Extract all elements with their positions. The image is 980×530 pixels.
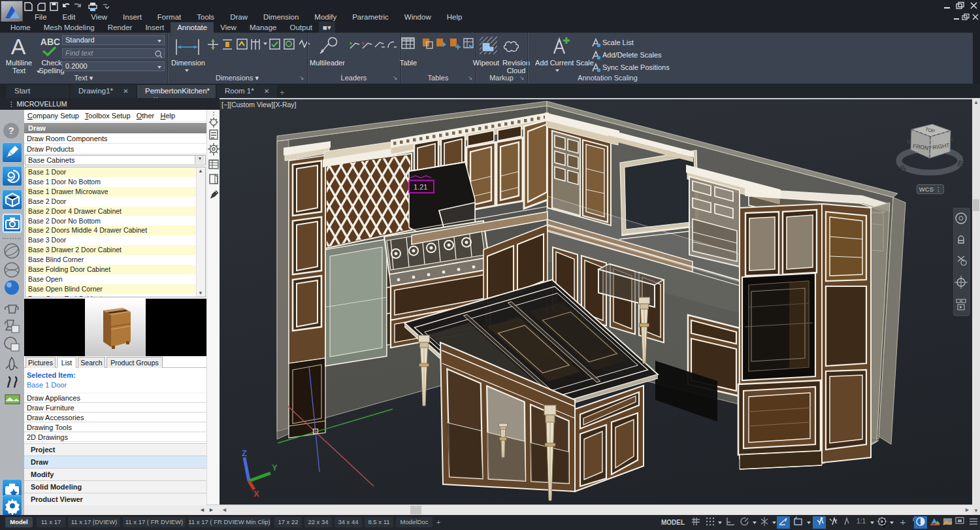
svg-text:1.21: 1.21 (414, 183, 427, 191)
svg-text:Y: Y (272, 463, 278, 472)
svg-text:X: X (253, 489, 259, 499)
svg-text:Z: Z (242, 448, 247, 458)
